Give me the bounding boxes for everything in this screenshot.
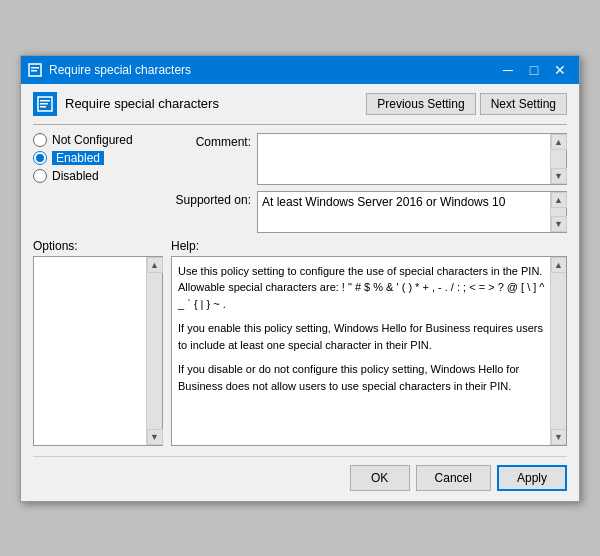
svg-rect-1 <box>31 67 39 69</box>
supported-content: At least Windows Server 2016 or Windows … <box>258 192 566 232</box>
comment-label: Comment: <box>171 133 251 149</box>
help-scrollbar[interactable]: ▲ ▼ <box>550 257 566 445</box>
maximize-button[interactable]: □ <box>521 60 547 80</box>
radio-disabled[interactable]: Disabled <box>33 169 163 183</box>
options-scrollbar[interactable]: ▲ ▼ <box>146 257 162 445</box>
help-para3: If you disable or do not configure this … <box>178 361 546 394</box>
window-icon <box>27 62 43 78</box>
supported-scrollbar[interactable]: ▲ ▼ <box>550 192 566 232</box>
scroll-down[interactable]: ▼ <box>551 168 567 184</box>
radio-disabled-label: Disabled <box>52 169 99 183</box>
radio-enabled-input[interactable] <box>33 151 47 165</box>
comment-box: ▲ ▼ <box>257 133 567 185</box>
scroll-track-supported[interactable] <box>551 208 566 216</box>
radio-not-configured-input[interactable] <box>33 133 47 147</box>
radio-enabled-label: Enabled <box>52 151 104 165</box>
help-label: Help: <box>171 239 567 253</box>
comment-row: Comment: ▲ ▼ <box>171 133 567 185</box>
scroll-down-options[interactable]: ▼ <box>147 429 163 445</box>
help-text-content: Use this policy setting to configure the… <box>172 257 566 401</box>
options-panel: Options: ▲ ▼ <box>33 239 163 446</box>
right-panel: Comment: ▲ ▼ Supported on: At least Wind… <box>171 133 567 233</box>
next-setting-button[interactable]: Next Setting <box>480 93 567 115</box>
options-box: ▲ ▼ <box>33 256 163 446</box>
scroll-up-supported[interactable]: ▲ <box>551 192 567 208</box>
window-title: Require special characters <box>49 63 495 77</box>
svg-rect-5 <box>40 103 48 105</box>
comment-content[interactable] <box>258 134 566 184</box>
scroll-track-options[interactable] <box>147 273 162 429</box>
bottom-panels: Options: ▲ ▼ Help: Use this policy setti… <box>33 239 567 446</box>
radio-group: Not Configured Enabled Disabled <box>33 133 163 183</box>
cancel-button[interactable]: Cancel <box>416 465 491 491</box>
comment-scrollbar[interactable]: ▲ ▼ <box>550 134 566 184</box>
header-title: Require special characters <box>65 96 366 111</box>
help-para1: Use this policy setting to configure the… <box>178 263 546 313</box>
ok-button[interactable]: OK <box>350 465 410 491</box>
scroll-track[interactable] <box>551 150 566 168</box>
header-buttons: Previous Setting Next Setting <box>366 93 567 115</box>
title-bar: Require special characters ─ □ ✕ <box>21 56 579 84</box>
radio-not-configured-label: Not Configured <box>52 133 133 147</box>
supported-label: Supported on: <box>171 191 251 207</box>
dialog-window: Require special characters ─ □ ✕ Require… <box>20 55 580 502</box>
svg-rect-4 <box>40 100 50 102</box>
header-icon <box>33 92 57 116</box>
supported-row: Supported on: At least Windows Server 20… <box>171 191 567 233</box>
svg-rect-2 <box>31 70 37 72</box>
scroll-up[interactable]: ▲ <box>551 134 567 150</box>
help-panel: Help: Use this policy setting to configu… <box>171 239 567 446</box>
window-controls: ─ □ ✕ <box>495 60 573 80</box>
header-row: Require special characters Previous Sett… <box>33 92 567 125</box>
options-label: Options: <box>33 239 163 253</box>
minimize-button[interactable]: ─ <box>495 60 521 80</box>
radio-not-configured[interactable]: Not Configured <box>33 133 163 147</box>
scroll-up-options[interactable]: ▲ <box>147 257 163 273</box>
close-button[interactable]: ✕ <box>547 60 573 80</box>
svg-rect-6 <box>40 106 46 108</box>
apply-button[interactable]: Apply <box>497 465 567 491</box>
scroll-down-help[interactable]: ▼ <box>551 429 567 445</box>
prev-setting-button[interactable]: Previous Setting <box>366 93 475 115</box>
supported-box: At least Windows Server 2016 or Windows … <box>257 191 567 233</box>
main-area: Not Configured Enabled Disabled Comment: <box>33 133 567 233</box>
scroll-track-help[interactable] <box>551 273 566 429</box>
radio-enabled[interactable]: Enabled <box>33 151 163 165</box>
left-panel: Not Configured Enabled Disabled <box>33 133 163 233</box>
help-para2: If you enable this policy setting, Windo… <box>178 320 546 353</box>
help-box: Use this policy setting to configure the… <box>171 256 567 446</box>
window-content: Require special characters Previous Sett… <box>21 84 579 501</box>
scroll-up-help[interactable]: ▲ <box>551 257 567 273</box>
scroll-down-supported[interactable]: ▼ <box>551 216 567 232</box>
dialog-footer: OK Cancel Apply <box>33 456 567 491</box>
radio-disabled-input[interactable] <box>33 169 47 183</box>
